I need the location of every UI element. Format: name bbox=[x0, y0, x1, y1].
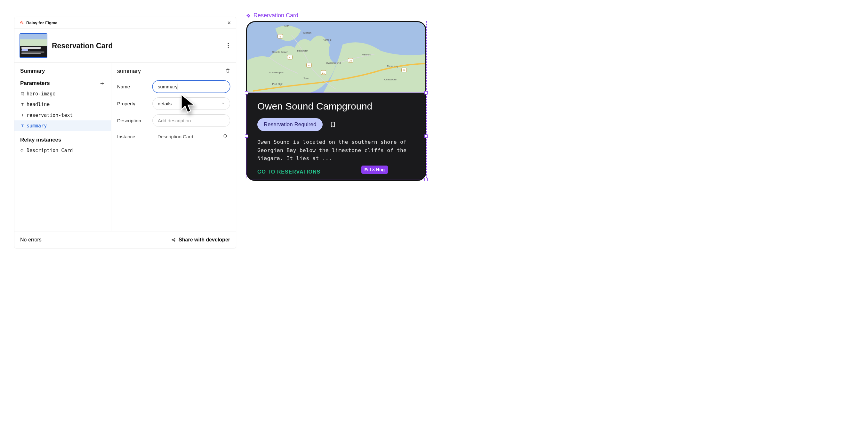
instances-heading: Relay instances bbox=[14, 131, 111, 145]
instance-description-card[interactable]: Description Card bbox=[14, 145, 111, 156]
svg-text:26: 26 bbox=[403, 69, 405, 71]
svg-text:10: 10 bbox=[308, 64, 310, 67]
panel-header-left: Relay for Figma bbox=[20, 20, 58, 25]
svg-text:Owen Sound: Owen Sound bbox=[326, 61, 341, 64]
detail-title: summary bbox=[117, 67, 141, 74]
field-name-label: Name bbox=[117, 84, 148, 89]
component-thumbnail bbox=[20, 33, 48, 58]
svg-text:Thornbury: Thornbury bbox=[387, 65, 399, 67]
param-label: hero-image bbox=[27, 91, 55, 97]
svg-text:Sauble Beach: Sauble Beach bbox=[272, 51, 288, 54]
sidebar: Summary Parameters ＋ hero-image headline bbox=[14, 63, 112, 231]
figma-component-label[interactable]: Reservation Card bbox=[246, 12, 427, 19]
field-instance-label: Instance bbox=[117, 134, 148, 139]
selection-handle[interactable] bbox=[425, 91, 428, 94]
selection-handle[interactable] bbox=[425, 135, 428, 138]
share-label: Share with developer bbox=[179, 237, 230, 243]
field-description-label: Description bbox=[117, 118, 148, 123]
chevron-down-icon bbox=[221, 101, 225, 106]
instance-label: Description Card bbox=[27, 148, 73, 153]
detail-header: summary bbox=[117, 67, 230, 78]
image-icon bbox=[20, 91, 25, 96]
instance-value-row: Description Card bbox=[152, 131, 230, 142]
svg-rect-2 bbox=[21, 149, 23, 152]
svg-text:21: 21 bbox=[322, 72, 325, 74]
panel-body: Summary Parameters ＋ hero-image headline bbox=[14, 63, 236, 231]
svg-text:Southampton: Southampton bbox=[269, 71, 284, 74]
name-input[interactable]: summary bbox=[152, 80, 230, 93]
text-icon bbox=[20, 102, 25, 107]
selection-handle[interactable] bbox=[425, 178, 428, 181]
param-reservation-text[interactable]: reservation-text bbox=[14, 110, 111, 121]
add-parameter-icon[interactable]: ＋ bbox=[99, 80, 105, 86]
param-label: summary bbox=[27, 123, 47, 129]
field-instance-row: Instance Description Card bbox=[117, 129, 230, 144]
summary-heading: Summary bbox=[14, 67, 111, 77]
panel-footer: No errors Share with developer bbox=[14, 231, 236, 248]
text-icon bbox=[20, 113, 25, 117]
text-icon bbox=[20, 124, 25, 128]
param-label: headline bbox=[27, 101, 50, 107]
parameters-heading-row: Parameters ＋ bbox=[14, 77, 111, 88]
locate-icon[interactable] bbox=[223, 133, 227, 140]
svg-text:26: 26 bbox=[349, 60, 352, 62]
field-property-label: Property bbox=[117, 101, 148, 106]
instance-value: Description Card bbox=[157, 134, 193, 139]
selection-handle[interactable] bbox=[245, 91, 248, 94]
svg-text:Chatsworth: Chatsworth bbox=[384, 78, 397, 81]
fill-hug-badge: Fill × Hug bbox=[361, 166, 388, 174]
detail-pane: summary Name summary Property details bbox=[112, 63, 236, 231]
component-name: Reservation Card bbox=[52, 41, 113, 50]
relay-panel: Relay for Figma × Reservation Card Summa… bbox=[14, 17, 236, 248]
panel-header: Relay for Figma × bbox=[14, 17, 236, 29]
svg-text:Port Elgin: Port Elgin bbox=[272, 83, 284, 86]
status-text: No errors bbox=[20, 237, 41, 243]
figma-canvas: Reservation Card bbox=[246, 12, 427, 181]
name-input-value: summary bbox=[158, 84, 178, 89]
svg-point-1 bbox=[22, 93, 22, 93]
field-property-row: Property details bbox=[117, 95, 230, 112]
svg-text:Wiarton: Wiarton bbox=[303, 31, 312, 34]
hero-image: 6910212626 MarWiartonKembleSauble BeachH… bbox=[247, 22, 425, 93]
figma-component-label-text: Reservation Card bbox=[253, 12, 298, 19]
svg-text:6: 6 bbox=[280, 35, 281, 38]
figma-inner-selection bbox=[246, 93, 426, 180]
param-label: reservation-text bbox=[27, 112, 73, 118]
parameters-heading: Parameters bbox=[20, 80, 50, 86]
svg-text:Hepworth: Hepworth bbox=[297, 49, 308, 52]
field-name-row: Name summary bbox=[117, 78, 230, 95]
share-with-developer-button[interactable]: Share with developer bbox=[171, 237, 230, 243]
svg-text:Kemble: Kemble bbox=[323, 38, 332, 41]
close-icon[interactable]: × bbox=[227, 20, 231, 26]
param-headline[interactable]: headline bbox=[14, 99, 111, 110]
description-placeholder: Add description bbox=[158, 118, 191, 123]
selection-handle[interactable] bbox=[245, 135, 248, 138]
delete-icon[interactable] bbox=[226, 68, 230, 74]
svg-point-3 bbox=[224, 135, 226, 137]
parameter-list: hero-image headline reservation-text bbox=[14, 88, 111, 131]
property-select-value: details bbox=[158, 101, 172, 106]
svg-text:Tara: Tara bbox=[304, 77, 309, 80]
component-header: Reservation Card bbox=[14, 29, 236, 63]
diamond-icon bbox=[20, 148, 24, 153]
svg-rect-0 bbox=[21, 92, 24, 95]
param-hero-image[interactable]: hero-image bbox=[14, 88, 111, 99]
share-icon bbox=[171, 238, 176, 242]
selection-handle[interactable] bbox=[245, 178, 248, 181]
field-description-row: Description Add description bbox=[117, 112, 230, 129]
relay-logo-icon bbox=[20, 21, 24, 25]
svg-text:Meaford: Meaford bbox=[362, 53, 371, 56]
description-input[interactable]: Add description bbox=[152, 114, 230, 127]
component-diamond-icon bbox=[246, 13, 251, 18]
svg-text:Mar: Mar bbox=[284, 24, 289, 27]
svg-text:9: 9 bbox=[289, 56, 290, 59]
plugin-title: Relay for Figma bbox=[26, 20, 58, 25]
figma-selection-outline: 6910212626 MarWiartonKembleSauble BeachH… bbox=[246, 21, 427, 181]
kebab-menu-icon[interactable] bbox=[226, 41, 231, 50]
property-select[interactable]: details bbox=[152, 97, 230, 110]
param-summary[interactable]: summary bbox=[14, 120, 111, 131]
